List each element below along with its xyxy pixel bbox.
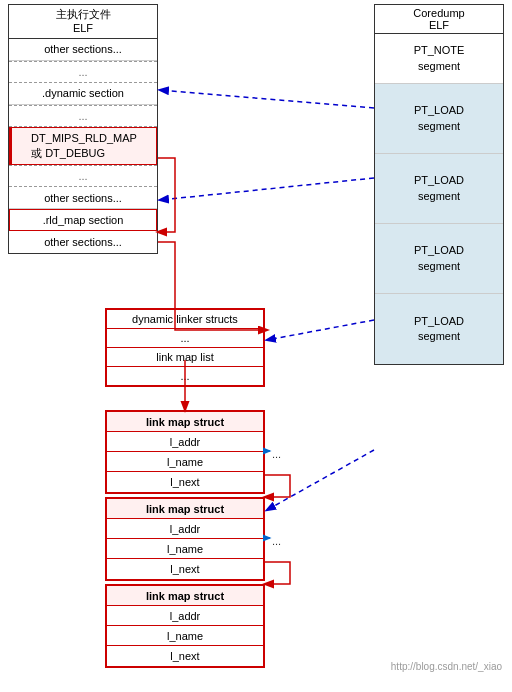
coredump-title-line1: Coredump [413,7,464,19]
elf-title-line2: ELF [73,22,93,34]
link-map-struct-1: link map struct l_addr l_name l_next [105,410,265,494]
elf-row-dt-mips: DT_MIPS_RLD_MAP或 DT_DEBUG [9,127,157,166]
dl-structs-box: dynamic linker structs ... link map list… [105,308,265,387]
elf-box: 主执行文件 ELF other sections... ... .dynamic… [8,4,158,254]
elf-title: 主执行文件 ELF [9,5,157,39]
lm2-laddr: l_addr [107,519,263,539]
watermark: http://blog.csdn.net/_xiao [391,661,502,672]
lm1-title: link map struct [107,412,263,432]
coredump-title-line2: ELF [429,19,449,31]
elf-row-other2: other sections... [9,187,157,209]
elf-row-dynamic: .dynamic section [9,83,157,105]
segment-pt-note: PT_NOTEsegment [375,34,503,84]
segment-pt-load-3: PT_LOADsegment [375,224,503,294]
lm2-lnext: l_next [107,559,263,579]
elf-row-dots3: ... [9,165,157,187]
elf-row-dots1: ... [9,61,157,83]
dl-dots2: ... [107,367,263,385]
link-map-struct-3: link map struct l_addr l_name l_next [105,584,265,668]
dl-link-map-list: link map list [107,348,263,367]
lm1-lnext: l_next [107,472,263,492]
lm2-title: link map struct [107,499,263,519]
lm3-lname: l_name [107,626,263,646]
segment-pt-load-4: PT_LOADsegment [375,294,503,364]
lm1-lname: l_name [107,452,263,472]
segment-pt-load-2: PT_LOADsegment [375,154,503,224]
svg-line-2 [267,320,374,340]
lm2-lname: l_name [107,539,263,559]
segment-pt-load-1: PT_LOADsegment [375,84,503,154]
svg-line-3 [267,450,374,510]
dl-dots1: ... [107,329,263,348]
svg-line-0 [160,90,374,108]
link-map-struct-2: link map struct l_addr l_name l_next [105,497,265,581]
lm1-laddr: l_addr [107,432,263,452]
elf-title-line1: 主执行文件 [56,8,111,20]
coredump-box: Coredump ELF PT_NOTEsegment PT_LOADsegme… [374,4,504,365]
coredump-title: Coredump ELF [375,5,503,34]
svg-line-1 [160,178,374,200]
lm3-lnext: l_next [107,646,263,666]
lname1-dots: ... [272,448,281,460]
lm3-title: link map struct [107,586,263,606]
elf-row-rld-map: .rld_map section [9,209,157,231]
elf-row-other1: other sections... [9,39,157,61]
lname2-dots: ... [272,535,281,547]
diagram-container: 主执行文件 ELF other sections... ... .dynamic… [0,0,512,692]
dl-title: dynamic linker structs [107,310,263,329]
lm3-laddr: l_addr [107,606,263,626]
elf-row-dots2: ... [9,105,157,127]
elf-row-other3: other sections... [9,231,157,253]
